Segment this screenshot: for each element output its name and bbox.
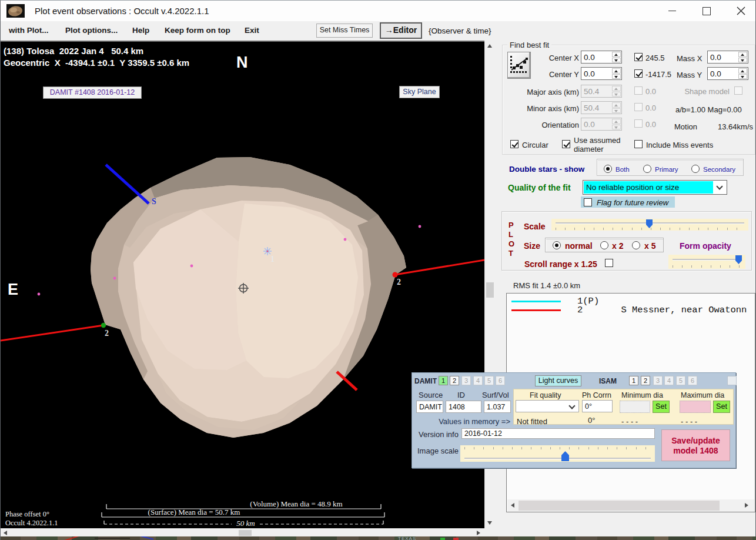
horizontal-scroll-thumb[interactable]: [239, 530, 252, 536]
editor-button[interactable]: →Editor: [380, 22, 422, 39]
spin-up-icon[interactable]: [738, 52, 747, 57]
list-horizontal-scrollbar[interactable]: [507, 499, 754, 512]
chord-2-list-item[interactable]: 2 S Messner, near Owatonn: [577, 305, 747, 315]
major-axis-spinner: 50.4: [581, 85, 622, 98]
fit-quality-header: Fit quality: [530, 391, 561, 399]
center-x-value[interactable]: 0.0: [581, 51, 611, 63]
isam-label: ISAM: [599, 377, 617, 385]
include-miss-events-checkbox[interactable]: [634, 140, 643, 148]
chevron-down-icon[interactable]: [716, 183, 722, 189]
menu-keep-on-top[interactable]: Keep form on top: [165, 26, 230, 35]
list-scroll-thumb[interactable]: [519, 501, 720, 511]
center-y-value[interactable]: 0.0: [581, 68, 611, 79]
size-normal-radio[interactable]: [553, 241, 561, 249]
id-value-box[interactable]: 1408: [446, 401, 481, 413]
mass-y-spinner[interactable]: 0.0: [707, 67, 748, 80]
scroll-left-icon[interactable]: [4, 531, 7, 535]
double-both-label: Both: [615, 166, 630, 173]
menu-plot-options[interactable]: Plot options...: [65, 26, 118, 35]
set-max-dia-button[interactable]: Set: [713, 401, 730, 413]
mass-x-spinner[interactable]: 0.0: [707, 51, 748, 64]
major-axis-label: Major axis (km): [520, 88, 579, 96]
offset-x-checkbox[interactable]: [634, 53, 643, 61]
save-update-button[interactable]: Save/updatemodel 1408: [661, 429, 730, 461]
spin-down-icon[interactable]: [612, 74, 621, 79]
scroll-right-icon[interactable]: [477, 531, 480, 535]
memory-ph-value: 0°: [588, 416, 595, 425]
scale-slider[interactable]: [551, 219, 748, 231]
sky-plane-tag[interactable]: Sky Plane: [399, 86, 440, 98]
min-dia-box[interactable]: [620, 401, 650, 413]
quality-of-fit-combobox[interactable]: No reliable position or size: [583, 180, 727, 195]
spin-down-icon[interactable]: [612, 58, 621, 63]
isam-button-2[interactable]: 2: [641, 376, 650, 385]
double-secondary-radio[interactable]: [691, 165, 700, 173]
damit-model-tag[interactable]: DAMIT #1408 2016-01-12: [43, 86, 142, 99]
spin-up-icon: [612, 119, 621, 124]
mass-y-value[interactable]: 0.0: [708, 68, 738, 79]
form-opacity-groove: [673, 259, 741, 261]
offset-y-checkbox[interactable]: [634, 69, 643, 78]
center-x-spinner[interactable]: 0.0: [581, 51, 622, 64]
menu-exit[interactable]: Exit: [245, 26, 259, 35]
light-curves-button[interactable]: Light curves: [535, 375, 581, 386]
version-info-box[interactable]: 2016-01-12: [461, 428, 655, 439]
source-value-box: DAMIT: [416, 401, 443, 413]
spin-up-icon[interactable]: [612, 52, 621, 57]
flag-review-checkbox[interactable]: [584, 198, 592, 206]
scale-slider-thumb[interactable]: [646, 219, 653, 228]
ph-corrn-box[interactable]: 0°: [582, 400, 613, 412]
circular-checkbox[interactable]: [510, 140, 519, 148]
scroll-left-icon[interactable]: [511, 503, 514, 508]
window-title: Plot event observations : Occult v.4.202…: [35, 6, 209, 16]
damit-button-2[interactable]: 2: [450, 376, 459, 385]
isam-button-1[interactable]: 1: [629, 376, 638, 385]
center-y-spin-buttons: [611, 68, 621, 79]
spin-down-icon[interactable]: [738, 58, 747, 63]
mass-x-value[interactable]: 0.0: [708, 51, 738, 63]
size-x2-radio[interactable]: [600, 241, 608, 249]
plot-horizontal-scrollbar[interactable]: [1, 528, 484, 536]
isam-button-4: 4: [664, 376, 674, 385]
double-primary-radio[interactable]: [643, 165, 651, 173]
spin-up-icon[interactable]: [612, 68, 621, 74]
mini-blank-button[interactable]: [727, 376, 737, 385]
max-dia-header: Maximum dia: [681, 391, 724, 399]
set-min-dia-button[interactable]: Set: [653, 401, 670, 413]
fit-quality-combobox[interactable]: [516, 400, 579, 412]
menu-help[interactable]: Help: [132, 26, 149, 35]
chevron-down-icon[interactable]: [568, 402, 575, 409]
scroll-right-icon[interactable]: [745, 503, 748, 508]
include-miss-events-label: Include Miss events: [646, 141, 713, 149]
minor-axis-value: 50.4: [581, 102, 611, 114]
form-opacity-thumb[interactable]: [735, 255, 742, 264]
double-stars-label: Double stars - show: [509, 165, 584, 174]
size-x2-label: x 2: [612, 241, 623, 251]
minimize-button[interactable]: [658, 1, 685, 21]
close-button[interactable]: [727, 1, 754, 21]
center-y-spinner[interactable]: 0.0: [581, 67, 622, 80]
image-scale-slider[interactable]: [460, 445, 655, 462]
damit-model-panel: DAMIT 1 2 3 4 5 6 Light curves ISAM 1 2 …: [412, 372, 736, 468]
scroll-down-icon[interactable]: [487, 521, 492, 525]
image-scale-thumb[interactable]: [561, 451, 569, 461]
set-miss-times-button[interactable]: Set Miss Times: [316, 24, 373, 38]
spin-down-icon[interactable]: [738, 74, 747, 79]
plot-letter-l: L: [509, 230, 513, 239]
size-label: Size: [524, 241, 540, 251]
shape-model-label: Shape model: [671, 87, 730, 96]
maximize-button[interactable]: [693, 1, 720, 21]
form-opacity-slider[interactable]: [668, 255, 745, 269]
scroll-range-checkbox[interactable]: [605, 259, 613, 267]
spin-up-icon[interactable]: [738, 68, 747, 74]
size-x5-radio[interactable]: [632, 241, 640, 249]
menu-with-plot[interactable]: with Plot...: [9, 26, 49, 35]
double-both-radio[interactable]: [604, 165, 612, 173]
background-map-strip: TEXAS: [1, 536, 756, 540]
vertical-scroll-thumb[interactable]: [486, 282, 494, 298]
use-assumed-diameter-checkbox[interactable]: [562, 140, 570, 148]
damit-button-1[interactable]: 1: [439, 376, 448, 385]
not-fitted-label: Not fitted: [517, 417, 547, 426]
scroll-up-icon[interactable]: [487, 44, 492, 48]
max-dia-box[interactable]: [680, 401, 711, 413]
